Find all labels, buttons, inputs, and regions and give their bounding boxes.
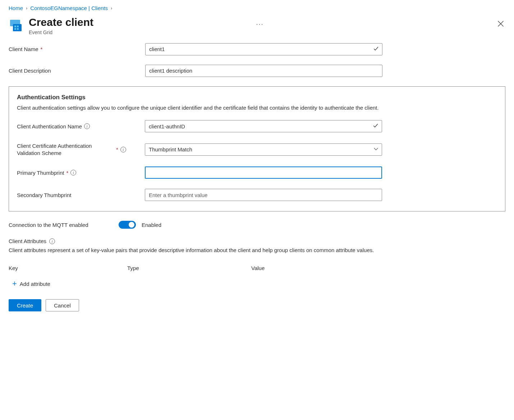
mqtt-toggle-row: Connection to the MQTT enabled Enabled: [9, 221, 505, 229]
auth-name-input[interactable]: [145, 120, 382, 132]
cert-scheme-dropdown[interactable]: [145, 143, 382, 156]
page-title: Create client: [29, 16, 251, 29]
create-button[interactable]: Create: [9, 299, 41, 311]
more-actions-button[interactable]: ···: [256, 20, 264, 28]
secondary-thumbprint-label: Secondary Thumbprint: [17, 192, 145, 199]
column-value: Value: [251, 265, 505, 271]
cert-scheme-label: Client Certificate Authentication Valida…: [17, 142, 145, 156]
breadcrumb-home[interactable]: Home: [9, 5, 23, 11]
client-name-input[interactable]: [145, 43, 382, 55]
add-attribute-label: Add attribute: [20, 281, 50, 287]
page-subtitle: Event Grid: [29, 29, 251, 35]
primary-thumbprint-input[interactable]: [145, 166, 382, 179]
svg-rect-2: [14, 26, 16, 27]
info-icon[interactable]: i: [49, 238, 55, 244]
chevron-right-icon: ›: [111, 5, 112, 11]
event-grid-client-icon: [9, 18, 24, 33]
attributes-description: Client attributes represent a set of key…: [9, 246, 505, 254]
info-icon[interactable]: i: [84, 123, 90, 129]
column-key: Key: [9, 265, 127, 271]
column-type: Type: [127, 265, 251, 271]
attributes-title: Client Attributes: [9, 238, 46, 244]
svg-rect-1: [13, 24, 22, 31]
attribute-table-header: Key Type Value: [9, 265, 505, 271]
breadcrumb: Home › ContosoEGNamespace | Clients ›: [9, 5, 505, 11]
svg-rect-5: [17, 28, 19, 30]
plus-icon: +: [12, 280, 17, 288]
svg-rect-4: [14, 28, 16, 30]
svg-rect-3: [17, 26, 19, 27]
auth-name-label: Client Authentication Name i: [17, 123, 145, 130]
cancel-button[interactable]: Cancel: [46, 299, 79, 311]
client-name-label: Client Name *: [9, 46, 145, 53]
info-icon[interactable]: i: [70, 170, 76, 175]
authentication-section: Authentication Settings Client authentic…: [9, 86, 505, 212]
toggle-knob: [129, 222, 134, 228]
add-attribute-button[interactable]: + Add attribute: [12, 280, 50, 288]
mqtt-toggle-label: Connection to the MQTT enabled: [9, 222, 119, 228]
form-footer: Create Cancel: [9, 299, 505, 311]
chevron-right-icon: ›: [26, 5, 27, 11]
mqtt-toggle-status: Enabled: [142, 222, 161, 228]
breadcrumb-namespace[interactable]: ContosoEGNamespace | Clients: [30, 5, 108, 11]
info-icon[interactable]: i: [120, 147, 126, 152]
primary-thumbprint-label: Primary Thumbprint * i: [17, 169, 145, 177]
close-button[interactable]: [496, 18, 505, 31]
auth-section-description: Client authentication settings allow you…: [17, 104, 497, 112]
secondary-thumbprint-input[interactable]: [145, 189, 382, 201]
client-description-input[interactable]: [145, 65, 382, 77]
page-header: Create client Event Grid ···: [9, 16, 505, 35]
mqtt-toggle[interactable]: [119, 221, 136, 229]
client-description-label: Client Description: [9, 67, 145, 74]
auth-section-title: Authentication Settings: [17, 94, 497, 101]
